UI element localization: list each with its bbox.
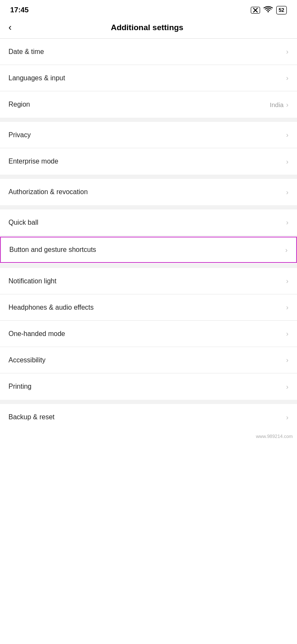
section-divider-5: [0, 400, 297, 404]
chevron-icon: ›: [286, 101, 289, 108]
menu-item-label: Backup & reset: [8, 413, 55, 421]
region-value: India: [270, 101, 284, 108]
status-icons: 52: [251, 6, 287, 14]
chevron-icon: ›: [286, 219, 289, 226]
battery-level: 52: [279, 7, 284, 13]
menu-item-label: Button and gesture shortcuts: [9, 246, 96, 254]
watermark: www.989214.com: [0, 430, 297, 441]
menu-item-enterprise-mode[interactable]: Enterprise mode ›: [0, 148, 297, 175]
close-icon: [251, 7, 260, 14]
menu-item-accessibility[interactable]: Accessibility ›: [0, 347, 297, 373]
section-divider-4: [0, 264, 297, 268]
section-group-3: Authorization & revocation ›: [0, 179, 297, 205]
svg-point-2: [267, 11, 269, 12]
chevron-icon: ›: [286, 189, 289, 196]
section-group-2: Privacy › Enterprise mode ›: [0, 122, 297, 175]
menu-item-notification-light[interactable]: Notification light ›: [0, 268, 297, 294]
chevron-icon: ›: [286, 414, 289, 421]
chevron-icon: ›: [285, 246, 288, 254]
chevron-icon: ›: [286, 330, 289, 337]
menu-item-label: Enterprise mode: [8, 158, 58, 165]
menu-item-label: Region: [8, 101, 30, 108]
section-group-5: Notification light › Headphones & audio …: [0, 268, 297, 400]
chevron-icon: ›: [286, 74, 289, 82]
menu-item-headphones[interactable]: Headphones & audio effects ›: [0, 294, 297, 321]
back-button[interactable]: ‹: [8, 23, 11, 32]
section-group-4: Quick ball › Button and gesture shortcut…: [0, 209, 297, 263]
section-group-1: Date & time › Languages & input › Region…: [0, 39, 297, 118]
section-divider-1: [0, 118, 297, 122]
menu-item-label: Languages & input: [8, 74, 65, 82]
menu-item-label: Privacy: [8, 131, 31, 139]
menu-item-quick-ball[interactable]: Quick ball ›: [0, 209, 297, 236]
menu-item-label: Authorization & revocation: [8, 188, 88, 196]
chevron-icon: ›: [286, 277, 289, 285]
battery-icon: 52: [276, 6, 287, 14]
section-divider-3: [0, 205, 297, 209]
chevron-icon: ›: [286, 304, 289, 311]
menu-item-date-time[interactable]: Date & time ›: [0, 39, 297, 65]
chevron-icon: ›: [286, 356, 289, 364]
menu-item-label: Date & time: [8, 48, 44, 56]
section-group-6: Backup & reset ›: [0, 404, 297, 430]
header: ‹ Additional settings: [0, 19, 297, 39]
menu-item-label: Quick ball: [8, 219, 38, 226]
status-bar: 17:45 52: [0, 0, 297, 19]
menu-item-label: Accessibility: [8, 356, 45, 364]
menu-item-region[interactable]: Region India ›: [0, 91, 297, 118]
status-time: 17:45: [10, 6, 28, 14]
menu-item-label: One-handed mode: [8, 330, 65, 338]
menu-item-button-gesture-shortcuts[interactable]: Button and gesture shortcuts ›: [0, 237, 297, 263]
menu-item-label: Notification light: [8, 277, 56, 285]
menu-item-printing[interactable]: Printing ›: [0, 373, 297, 400]
section-divider-2: [0, 175, 297, 179]
menu-item-one-handed[interactable]: One-handed mode ›: [0, 321, 297, 347]
watermark-text: www.989214.com: [256, 434, 293, 439]
menu-item-languages[interactable]: Languages & input ›: [0, 65, 297, 91]
menu-item-privacy[interactable]: Privacy ›: [0, 122, 297, 148]
menu-item-label: Printing: [8, 383, 31, 390]
chevron-icon: ›: [286, 48, 289, 55]
menu-item-label: Headphones & audio effects: [8, 304, 94, 311]
menu-item-backup-reset[interactable]: Backup & reset ›: [0, 404, 297, 430]
menu-item-authorization[interactable]: Authorization & revocation ›: [0, 179, 297, 205]
page-title: Additional settings: [18, 23, 276, 32]
chevron-icon: ›: [286, 131, 289, 138]
chevron-icon: ›: [286, 158, 289, 165]
menu-item-right: ›: [286, 48, 289, 55]
menu-item-left: Date & time: [8, 48, 44, 56]
chevron-icon: ›: [286, 383, 289, 390]
wifi-icon: [263, 6, 273, 14]
